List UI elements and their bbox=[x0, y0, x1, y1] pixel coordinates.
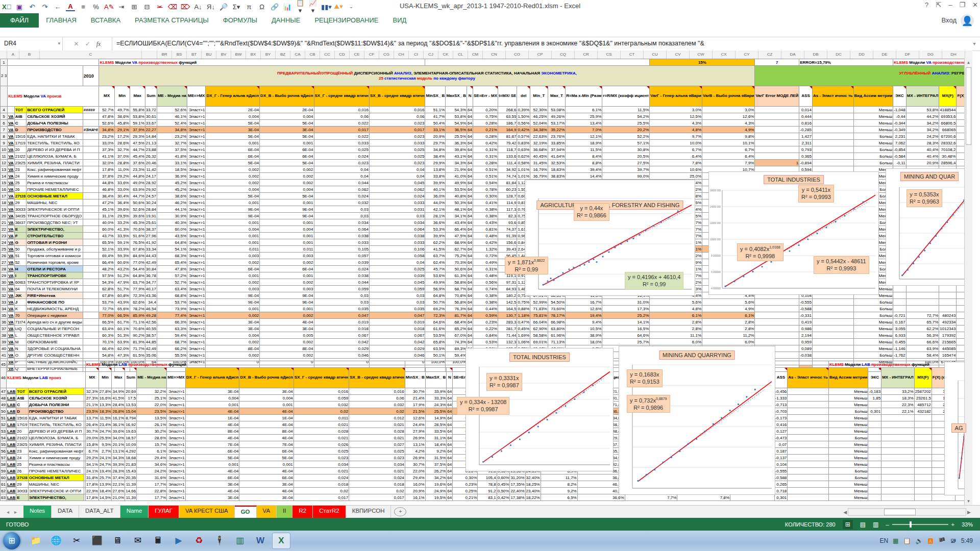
cell[interactable]: 36,6% bbox=[577, 494, 625, 501]
sector-code[interactable]: 26 bbox=[16, 468, 28, 474]
cell[interactable]: 81,9% bbox=[130, 339, 145, 345]
cell[interactable]: 0,31% bbox=[473, 266, 498, 272]
cell[interactable]: 0,067 bbox=[314, 332, 369, 339]
sector-code[interactable]: 60t63 bbox=[14, 279, 26, 286]
cell[interactable]: 47,8% bbox=[99, 113, 114, 120]
cell[interactable]: -1,048 bbox=[893, 107, 906, 113]
row-link[interactable]: VA bbox=[8, 352, 15, 359]
cell[interactable]: 10,5% bbox=[566, 325, 602, 332]
cell[interactable]: 1,01% bbox=[517, 166, 530, 173]
ribbon-tab-рецензирование[interactable]: РЕЦЕНЗИРОВАНИЕ bbox=[307, 13, 385, 28]
cell[interactable]: Меньш bbox=[853, 107, 893, 113]
cell[interactable]: 66,3% bbox=[157, 319, 187, 325]
column-letter[interactable]: CL bbox=[453, 51, 468, 59]
column-header[interactable]: R=Ma x-Min (Разм bbox=[566, 86, 602, 107]
cell[interactable]: 50,3% bbox=[446, 199, 467, 206]
cell[interactable]: 2,8% bbox=[650, 319, 702, 325]
cell[interactable]: 0,033 bbox=[369, 140, 425, 146]
cell[interactable]: 10,6% bbox=[650, 166, 702, 173]
cell[interactable]: 52,04% bbox=[530, 120, 548, 127]
chart-mining-and-quarrying[interactable]: MINING AND QUARRYINGy = 0,1683xR² = 0,91… bbox=[619, 346, 775, 495]
cell[interactable]: 64 bbox=[467, 226, 473, 233]
cell[interactable] bbox=[868, 402, 881, 408]
cell[interactable]: 19,4% bbox=[99, 468, 112, 474]
cell[interactable]: 59,3% bbox=[114, 253, 130, 259]
cell[interactable]: 43,4% bbox=[446, 219, 467, 226]
cell[interactable]: 3,055 bbox=[893, 325, 906, 332]
cell[interactable]: 0,25% bbox=[453, 488, 478, 494]
cell[interactable] bbox=[755, 299, 799, 306]
cell[interactable]: 0,064 bbox=[314, 226, 369, 233]
cell[interactable]: Больш bbox=[853, 299, 893, 306]
row-number[interactable]: 6 bbox=[1, 120, 8, 127]
row-link[interactable]: LAB bbox=[6, 474, 16, 481]
cell[interactable]: 54,4% bbox=[130, 266, 145, 272]
cell[interactable]: 0,035 bbox=[314, 306, 369, 312]
sector-code[interactable]: AtB bbox=[16, 395, 28, 402]
cell[interactable]: 4,8% bbox=[650, 306, 702, 312]
cell[interactable]: 46,1% bbox=[157, 113, 187, 120]
cell[interactable]: 20,2% bbox=[602, 127, 650, 133]
cell[interactable]: 23,5% bbox=[86, 408, 99, 415]
sector-name[interactable]: ЭЛЕКТРИЧЕСКОЕ И ОПТИ bbox=[28, 488, 84, 494]
cell[interactable]: 40,2% bbox=[577, 488, 625, 494]
cell[interactable]: 30,7% bbox=[405, 388, 425, 395]
sector-name[interactable]: СЕЛЬСКОЕ ХОЗЯЙ bbox=[27, 113, 83, 120]
cell[interactable]: 12,5% bbox=[650, 113, 702, 120]
media-player-icon[interactable]: ▶ bbox=[170, 533, 187, 548]
cell[interactable]: 52,2% bbox=[602, 133, 650, 140]
cell[interactable]: 45,2% bbox=[157, 180, 187, 186]
cell[interactable]: Эласт>1 bbox=[187, 153, 206, 160]
sector-code[interactable]: 34t35 bbox=[14, 213, 26, 219]
cell[interactable]: 66,5% bbox=[114, 312, 130, 319]
cell[interactable]: 61,96% bbox=[548, 332, 566, 339]
cell[interactable] bbox=[868, 488, 881, 494]
sector-name[interactable]: Кокс, рафинированная нефт bbox=[28, 448, 84, 455]
sector-name[interactable]: ТРАНСПОРТНОЕ ОБОРУДО bbox=[27, 213, 83, 219]
cell[interactable]: 0,059 bbox=[369, 286, 425, 292]
cell[interactable]: 45,1% bbox=[99, 206, 114, 213]
row-link[interactable]: VA bbox=[8, 180, 15, 186]
cell[interactable]: 0,031 bbox=[369, 206, 425, 213]
cell[interactable]: 26,32 bbox=[145, 153, 157, 160]
zoom-knob[interactable] bbox=[910, 521, 912, 528]
cell[interactable]: Эласт>1 bbox=[167, 421, 185, 428]
vscroll-thumb[interactable] bbox=[966, 67, 971, 145]
cell[interactable]: Эласт>1 bbox=[187, 107, 206, 113]
cell[interactable]: 0,021 bbox=[349, 421, 405, 428]
cell[interactable]: 64 bbox=[467, 239, 473, 246]
cell[interactable]: 36,8% bbox=[577, 474, 625, 481]
sector-code[interactable]: 25 bbox=[16, 461, 28, 468]
cell[interactable]: 38,6% bbox=[114, 113, 130, 120]
row-number[interactable]: 49 bbox=[1, 402, 7, 408]
mail-icon[interactable]: ✉ bbox=[129, 533, 146, 548]
cell[interactable] bbox=[788, 455, 829, 461]
scroll-down-icon[interactable]: ▼ bbox=[965, 497, 972, 505]
cell[interactable]: 30,61 bbox=[145, 113, 157, 120]
column-letter[interactable]: CG bbox=[379, 51, 394, 59]
cell[interactable]: 15,7% bbox=[137, 441, 167, 448]
cell[interactable]: 3E-04 bbox=[239, 494, 293, 501]
enter-icon[interactable]: ✓ bbox=[85, 40, 90, 47]
cell[interactable]: -0,137 bbox=[774, 455, 788, 461]
word-icon[interactable]: W bbox=[252, 533, 269, 548]
sector-code[interactable]: C bbox=[16, 402, 28, 408]
cell[interactable]: 0,004 bbox=[206, 113, 260, 120]
row-link[interactable]: VA bbox=[8, 253, 15, 259]
cell[interactable]: 65,4% bbox=[157, 259, 187, 266]
cell[interactable]: 33,2% bbox=[881, 388, 915, 395]
row-link[interactable]: VA bbox=[8, 213, 15, 219]
column-header[interactable]: DX_В - Выбо рочна яДисп bbox=[239, 368, 293, 388]
sheet-tab-ii[interactable]: II bbox=[277, 506, 292, 518]
sector-name[interactable]: ОСНОВНЫЕ МЕТАЛ bbox=[27, 193, 83, 199]
sheet-tab-va[interactable]: VA bbox=[257, 506, 277, 518]
cell[interactable]: 66,2% bbox=[157, 345, 187, 352]
cell[interactable]: 29,4% bbox=[405, 474, 425, 481]
sector-name[interactable]: ПОЧТА И ТЕЛЕКОММУНИ bbox=[27, 286, 83, 292]
cell[interactable]: 0,816 bbox=[799, 120, 813, 127]
column-header[interactable]: SX_Г - средне квадр атичн bbox=[314, 86, 369, 107]
cell[interactable]: 9E-04 bbox=[260, 299, 314, 306]
cell[interactable]: 54,2% bbox=[602, 113, 650, 120]
cell[interactable]: 19,91 bbox=[145, 213, 157, 219]
column-headers-strip[interactable]: ABCBRBSBTBUBVBWBXBYBZCACBCCCDCECFCGCHCIC… bbox=[0, 51, 972, 59]
